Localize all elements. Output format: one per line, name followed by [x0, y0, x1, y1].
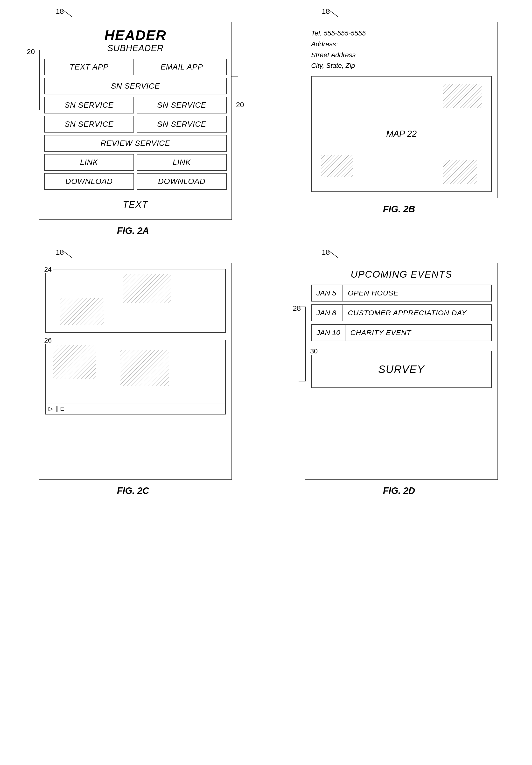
app-row-7: DOWNLOAD DOWNLOAD: [44, 173, 227, 190]
map-area: MAP 22: [311, 76, 492, 192]
upcoming-title: UPCOMING EVENTS: [311, 269, 492, 280]
svg-line-14: [63, 251, 72, 258]
fig2c-main-box: 24: [39, 263, 232, 480]
svg-rect-16: [123, 274, 171, 303]
ref18-label-2d: 18: [322, 248, 330, 256]
media-video-display: [46, 341, 225, 403]
survey-box: 30 SURVEY: [311, 351, 492, 388]
ref18-label-2b: 18: [322, 7, 330, 15]
video-controls[interactable]: ▷ ‖ □: [46, 403, 225, 414]
pause-icon[interactable]: ‖: [55, 405, 58, 412]
download-box-2[interactable]: DOWNLOAD: [137, 173, 227, 190]
svg-rect-17: [60, 299, 104, 325]
event-name-2: CUSTOMER APPRECIATION DAY: [343, 305, 471, 321]
sn-service-3[interactable]: SN SERVICE: [137, 97, 227, 114]
svg-line-0: [63, 10, 72, 17]
sn-service-4[interactable]: SN SERVICE: [44, 116, 134, 133]
link-box-2[interactable]: LINK: [137, 154, 227, 171]
text-app-box[interactable]: TEXT APP: [44, 59, 134, 75]
fig2a-main-box: 20 20 HEADER SUBHEADE: [39, 22, 232, 220]
event-date-3: JAN 10: [311, 325, 345, 341]
media-image-display: [46, 270, 225, 332]
subheader-title: SUBHEADER: [44, 43, 227, 53]
fig2d-label: FIG. 2D: [383, 486, 415, 496]
svg-rect-11: [321, 155, 353, 177]
media-video-item: 26: [45, 340, 226, 414]
svg-rect-9: [443, 84, 482, 108]
fig2c-label: FIG. 2C: [117, 486, 149, 496]
svg-rect-19: [53, 345, 96, 379]
sn-service-2[interactable]: SN SERVICE: [44, 97, 134, 114]
link-box-1[interactable]: LINK: [44, 154, 134, 171]
contact-address-label: Address:: [311, 39, 492, 50]
sn-service-5[interactable]: SN SERVICE: [137, 116, 227, 133]
figure-2a: 18 20 20: [10, 10, 257, 236]
fig2a-label: FIG. 2A: [117, 226, 149, 236]
figure-2d: 18 UPCOMING EVENTS 28: [275, 251, 522, 496]
app-row-4: SN SERVICE SN SERVICE: [44, 116, 227, 133]
svg-rect-13: [443, 160, 477, 184]
ref18-label-2a: 18: [56, 7, 64, 15]
figure-2b: 18 Tel. 555-555-5555 Address: Street Add…: [275, 10, 522, 236]
event-date-1: JAN 5: [311, 285, 343, 301]
ref18-label-2c: 18: [56, 248, 64, 256]
text-section: TEXT: [44, 195, 227, 215]
stop-icon[interactable]: □: [61, 405, 64, 412]
sn-service-full-1[interactable]: SN SERVICE: [44, 78, 227, 94]
header-section: HEADER SUBHEADER: [44, 27, 227, 56]
fig2b-label: FIG. 2B: [383, 204, 415, 214]
svg-line-21: [328, 251, 338, 258]
app-row-5: REVIEW SERVICE: [44, 135, 227, 152]
svg-line-7: [328, 10, 338, 17]
event-name-3: CHARITY EVENT: [345, 325, 416, 341]
contact-info: Tel. 555-555-5555 Address: Street Addres…: [311, 28, 492, 71]
contact-street: Street Address: [311, 50, 492, 61]
header-title: HEADER: [44, 27, 227, 43]
event-row-3: JAN 10 CHARITY EVENT: [311, 324, 492, 341]
svg-rect-20: [121, 350, 169, 386]
contact-city: City, State, Zip: [311, 60, 492, 71]
download-box-1[interactable]: DOWNLOAD: [44, 173, 134, 190]
event-date-2: JAN 8: [311, 305, 343, 321]
email-app-box[interactable]: EMAIL APP: [137, 59, 227, 75]
figure-2c: 18 24: [10, 251, 257, 496]
play-icon[interactable]: ▷: [49, 405, 53, 412]
review-service-box[interactable]: REVIEW SERVICE: [44, 135, 227, 152]
app-row-1: TEXT APP EMAIL APP: [44, 59, 227, 75]
app-row-2: SN SERVICE: [44, 78, 227, 94]
fig2d-main-box: UPCOMING EVENTS 28 JAN 5 OPEN HOUSE: [305, 263, 498, 480]
event-name-1: OPEN HOUSE: [343, 285, 403, 301]
event-row-2: JAN 8 CUSTOMER APPRECIATION DAY: [311, 305, 492, 321]
app-row-3: SN SERVICE SN SERVICE: [44, 97, 227, 114]
map-label: MAP 22: [386, 129, 417, 139]
fig2b-main-box: Tel. 555-555-5555 Address: Street Addres…: [305, 22, 498, 198]
app-row-6: LINK LINK: [44, 154, 227, 171]
ref30-label: 30: [309, 348, 318, 355]
event-row-1: JAN 5 OPEN HOUSE: [311, 285, 492, 302]
contact-tel: Tel. 555-555-5555: [311, 28, 492, 39]
media-image-item: 24: [45, 269, 226, 333]
survey-content[interactable]: SURVEY: [311, 351, 491, 387]
